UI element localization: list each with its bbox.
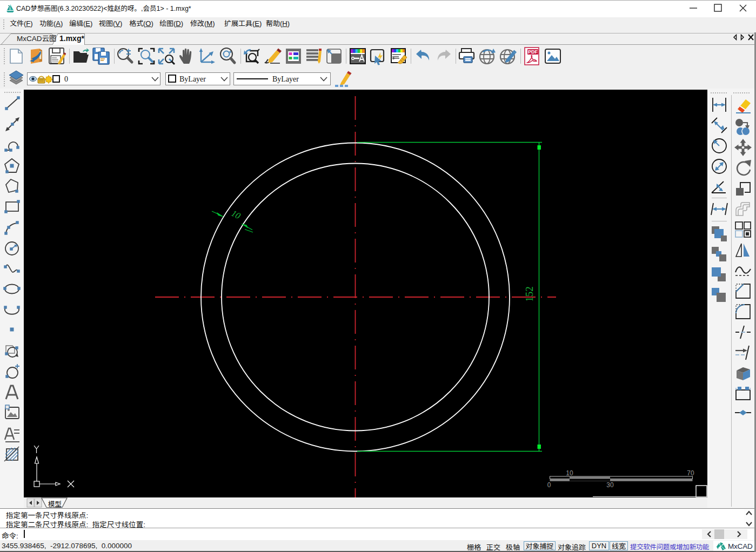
svg-text:152: 152 [524, 286, 535, 302]
svg-text:70: 70 [687, 469, 694, 477]
svg-text:0: 0 [547, 481, 551, 489]
svg-text:PDF: PDF [528, 49, 538, 55]
svg-text:10: 10 [566, 469, 573, 477]
svg-text:30: 30 [606, 481, 614, 489]
